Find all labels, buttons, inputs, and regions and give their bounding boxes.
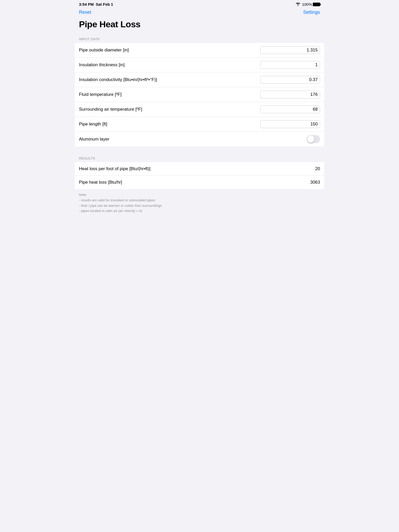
note-line-0: Note: xyxy=(79,193,87,197)
reset-button[interactable]: Reset xyxy=(79,10,91,15)
note-line-2: - fluid / pipe can be warmer or colder t… xyxy=(79,204,162,208)
insulation-conductivity-row: Insulation conductivity [Btu•in/(hr•ft²•… xyxy=(75,72,324,87)
heat-loss-per-foot-value: 20 xyxy=(315,166,320,171)
battery-percent: 100% xyxy=(302,2,312,6)
wifi-icon xyxy=(296,3,301,6)
pipe-outside-diameter-input[interactable] xyxy=(260,46,320,54)
insulation-thickness-label: Insulation thickness [in] xyxy=(79,62,260,68)
pipe-heat-loss-value: 3063 xyxy=(310,180,320,185)
insulation-conductivity-input[interactable] xyxy=(260,76,320,84)
results-section-header: RESULTS xyxy=(75,153,324,162)
note-text: Note: - results are valid for insulated … xyxy=(79,192,320,214)
note-line-3: - pipes located in calm air (air velocit… xyxy=(79,209,142,213)
aluminum-layer-row: Aluminum layer xyxy=(75,132,324,147)
note-line-1: - results are valid for insulated or uni… xyxy=(79,198,155,202)
pipe-heat-loss-label: Pipe heat loss [Btu/hr] xyxy=(79,180,310,185)
aluminum-layer-label: Aluminum layer xyxy=(79,137,307,142)
status-date: Sat Feb 1 xyxy=(96,2,113,6)
surrounding-air-temp-row: Surrounding air temperature [ºF] xyxy=(75,102,324,117)
note-section: Note: - results are valid for insulated … xyxy=(75,189,324,217)
battery-container: 100% xyxy=(302,2,320,6)
battery-icon xyxy=(313,3,320,6)
input-section-header: INPUT DATA xyxy=(75,34,324,43)
heat-loss-per-foot-label: Heat loss per foot of pipe [Btu/(hr•ft)] xyxy=(79,166,315,171)
fluid-temperature-label: Fluid temperature [ºF] xyxy=(79,92,260,97)
settings-button[interactable]: Settings xyxy=(303,10,320,15)
fluid-temperature-input[interactable] xyxy=(260,91,320,98)
pipe-length-input[interactable] xyxy=(260,120,320,128)
fluid-temperature-row: Fluid temperature [ºF] xyxy=(75,87,324,102)
results-section-label: RESULTS xyxy=(79,156,95,160)
heat-loss-per-foot-row: Heat loss per foot of pipe [Btu/(hr•ft)]… xyxy=(75,162,324,176)
surrounding-air-temp-input[interactable] xyxy=(260,105,320,113)
pipe-length-label: Pipe length [ft] xyxy=(79,122,260,127)
input-rows-container: Pipe outside diameter [in] Insulation th… xyxy=(75,43,324,147)
nav-bar: Reset Settings xyxy=(75,8,324,17)
pipe-outside-diameter-label: Pipe outside diameter [in] xyxy=(79,48,260,53)
status-time: 3:54 PM xyxy=(79,2,94,6)
results-rows-container: Heat loss per foot of pipe [Btu/(hr•ft)]… xyxy=(75,162,324,189)
pipe-outside-diameter-row: Pipe outside diameter [in] xyxy=(75,43,324,58)
pipe-length-row: Pipe length [ft] xyxy=(75,117,324,132)
insulation-conductivity-label: Insulation conductivity [Btu•in/(hr•ft²•… xyxy=(79,77,260,82)
input-section-label: INPUT DATA xyxy=(79,37,100,41)
status-bar: 3:54 PM Sat Feb 1 100% xyxy=(75,0,324,8)
status-icons: 100% xyxy=(296,2,320,6)
insulation-thickness-input[interactable] xyxy=(260,61,320,69)
insulation-thickness-row: Insulation thickness [in] xyxy=(75,58,324,72)
surrounding-air-temp-label: Surrounding air temperature [ºF] xyxy=(79,107,260,112)
pipe-heat-loss-row: Pipe heat loss [Btu/hr] 3063 xyxy=(75,176,324,189)
toggle-slider xyxy=(307,135,320,143)
page-title-container: Pipe Heat Loss xyxy=(75,17,324,34)
section-gap-1 xyxy=(75,147,324,153)
aluminum-layer-toggle[interactable] xyxy=(307,135,320,143)
page-title: Pipe Heat Loss xyxy=(79,19,320,29)
